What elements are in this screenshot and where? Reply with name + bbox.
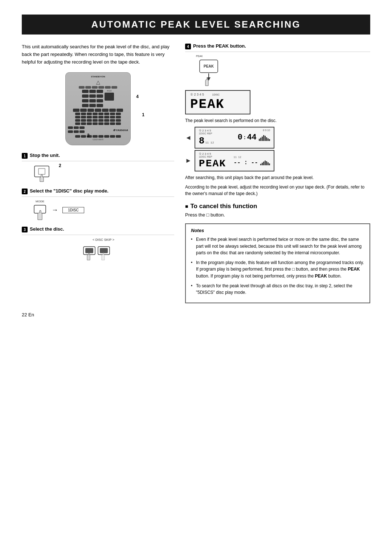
peak-button-icon: PEAK <box>196 58 225 87</box>
peak-display: ① 2 3 4 5 1DISC PEAK <box>185 90 370 114</box>
peak-disc-nums: ① 2 3 4 5 <box>190 93 204 96</box>
colon-icon: : <box>243 135 246 141</box>
step4-number: 4 <box>185 44 191 49</box>
peak-button-area: PEAK PEAK <box>196 55 370 87</box>
mode-label: MODE <box>36 200 44 203</box>
peak-label: PEAK <box>196 55 203 57</box>
search-level-label: 8 9 10 <box>263 129 270 131</box>
step2-number: 2 <box>22 189 28 194</box>
search-disc-nums-1: ① 2 3 4 5 <box>199 129 214 132</box>
remote-control: STANDBY/ON △ <box>65 72 131 145</box>
step4-header: 4 Press the PEAK button. <box>185 43 370 52</box>
remote-num-1: 1 <box>142 112 144 117</box>
stop-button-icon <box>33 164 51 182</box>
adjust-text: According to the peak level, adjust the … <box>185 184 370 197</box>
cancel-section: To cancel this function Press the □ butt… <box>185 203 370 218</box>
svg-rect-6 <box>100 248 108 253</box>
level-bars-1 <box>259 134 270 141</box>
search-text: The peak level search is performed on th… <box>185 117 370 124</box>
step3-illustration: < DISC SKIP > <box>33 238 174 261</box>
step1-header: 1 Stop the unit. <box>22 153 174 161</box>
step4-label: Press the PEAK button. <box>193 43 246 49</box>
right-column: 4 Press the PEAK button. PEAK PEAK <box>185 43 370 303</box>
note-item-1: Even if the peak level search is perform… <box>191 236 364 256</box>
search-disc-nums-2: ① 2 3 4 5 <box>199 152 226 155</box>
page-number: 22 En <box>22 312 370 317</box>
step1-number: 1 <box>22 153 28 159</box>
after-text: After searching, this unit plays back th… <box>185 174 370 181</box>
search-display2-text: PEAK <box>199 158 226 169</box>
cancel-text: Press the □ button. <box>185 212 370 218</box>
svg-rect-1 <box>38 169 45 174</box>
mode-button-icon <box>33 204 47 220</box>
page-title: AUTOMATIC PEAK LEVEL SEARCHING <box>22 15 370 35</box>
arrow-left-2: ► <box>185 157 192 165</box>
search-mode-tag-2: 1DISC REP <box>199 155 226 158</box>
search-time-val: 44 <box>247 133 256 142</box>
level-bars-2 <box>260 160 270 165</box>
remote-num-3: 3 <box>87 133 90 138</box>
search2-dashes: -- : -- <box>234 159 258 166</box>
search-mode-tag-1: 1DISC REP <box>199 132 214 135</box>
step1-illustration <box>33 164 174 182</box>
cancel-title: To cancel this function <box>185 203 370 210</box>
note-item-3: To search for the peak level through all… <box>191 283 364 296</box>
step2-label: Select the "1DISC" disc play mode. <box>30 188 109 194</box>
disc-skip-buttons-icon <box>82 243 125 261</box>
step1-label: Stop the unit. <box>30 153 60 158</box>
notes-box: Notes Even if the peak level search is p… <box>185 223 370 303</box>
remote-illustration: STANDBY/ON △ <box>22 72 174 145</box>
step3-label: Select the disc. <box>30 226 64 232</box>
left-column: This unit automatically searches for the… <box>22 43 174 303</box>
search-time-num: 8 <box>199 135 205 146</box>
svg-rect-4 <box>85 248 93 253</box>
step3-header: 3 Select the disc. <box>22 226 174 235</box>
peak-mode-tag: 1DISC <box>212 93 220 96</box>
search-extra-nums: 11 12 <box>205 141 214 144</box>
search-displays: ◄ ① 2 3 4 5 1DISC REP 8 11 12 <box>185 127 370 171</box>
arrow-left-1: ◄ <box>185 134 192 142</box>
step1-section: 1 Stop the unit. <box>22 153 174 182</box>
svg-text:PEAK: PEAK <box>204 64 214 68</box>
notes-title: Notes <box>191 228 364 233</box>
intro-text: This unit automatically searches for the… <box>22 43 174 66</box>
step4-section: 4 Press the PEAK button. PEAK PEAK <box>185 43 370 197</box>
remote-num-2: 2 <box>59 163 61 168</box>
step2-illustration: MODE → 1DISC <box>33 200 174 220</box>
note-item-2: In the program play mode, this feature w… <box>191 259 364 280</box>
disc-skip-label: < DISC SKIP > <box>93 238 114 242</box>
remote-num-4: 4 <box>136 94 139 99</box>
peak-display-text: PEAK <box>190 97 245 112</box>
search-time-val-pre: 0 <box>238 133 242 142</box>
mode-display: 1DISC <box>62 207 84 213</box>
step3-number: 3 <box>22 227 28 232</box>
step3-section: 3 Select the disc. < DISC SKIP > <box>22 226 174 261</box>
step2-header: 2 Select the "1DISC" disc play mode. <box>22 188 174 197</box>
notes-list: Even if the peak level search is perform… <box>191 236 364 296</box>
step2-section: 2 Select the "1DISC" disc play mode. MOD… <box>22 188 174 220</box>
arrow-right-icon: → <box>52 206 58 214</box>
